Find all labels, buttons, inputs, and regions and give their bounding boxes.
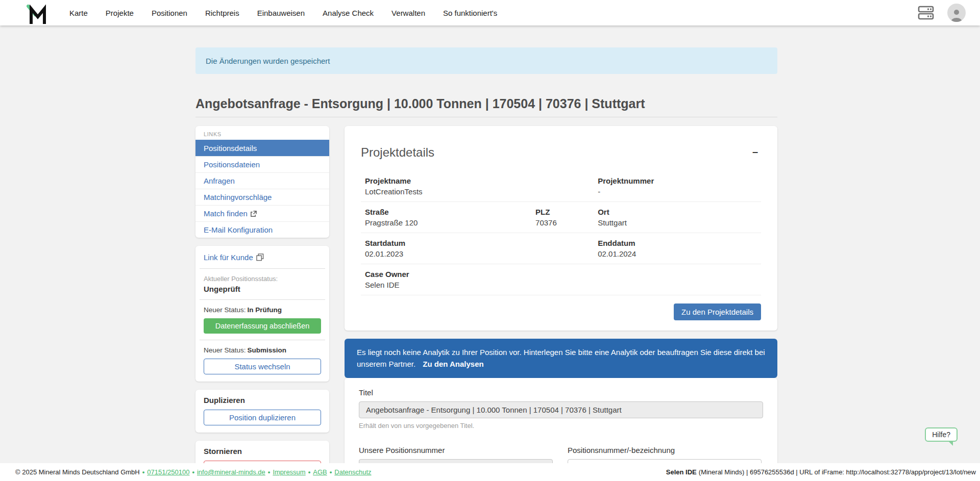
- separator: •: [330, 468, 332, 476]
- footer-left: © 2025 Mineral Minds Deutschland GmbH•07…: [15, 468, 372, 476]
- field-value: Pragstraße 120: [365, 218, 535, 227]
- duplicate-title: Duplizieren: [204, 396, 321, 404]
- field-value: 70376: [535, 218, 598, 227]
- project-row: Case Owner Selen IDE: [361, 264, 761, 295]
- server-icon[interactable]: [918, 6, 934, 20]
- complete-data-entry-button[interactable]: Datenerfassung abschließen: [204, 318, 321, 334]
- sidebar-item-email-konfiguration[interactable]: E-Mail Konfiguration: [195, 221, 329, 238]
- help-button[interactable]: Hilfe?: [925, 427, 958, 442]
- project-row: Projektname LotCreationTests Projektnumm…: [361, 171, 761, 202]
- separator: •: [268, 468, 271, 476]
- mineral-minds-logo-icon: [27, 2, 50, 24]
- page-title: Angebotsanfrage - Entsorgung | 10.000 To…: [195, 96, 777, 117]
- go-to-analyses-link[interactable]: Zu den Analysen: [423, 360, 483, 368]
- new-status-label: Neuer Status:: [204, 306, 246, 314]
- field-label: Straße: [365, 208, 535, 216]
- customer-link-label: Link für Kunde: [204, 253, 253, 262]
- separator: •: [308, 468, 311, 476]
- titel-input: [359, 401, 763, 418]
- sidebar-item-match-finden[interactable]: Match finden: [195, 205, 329, 221]
- main-nav: Karte Projekte Positionen Richtpreis Ein…: [69, 9, 497, 17]
- sidebar-item-positionsdetails[interactable]: Positionsdetails: [195, 140, 329, 156]
- field-value: 02.01.2023: [365, 249, 598, 258]
- collapse-button[interactable]: –: [749, 145, 761, 158]
- custom-number-label: Positionsnummer/-bezeichnung: [568, 446, 675, 454]
- divider: [200, 299, 325, 300]
- session-user: Selen IDE: [666, 468, 697, 476]
- new-status-1-value: In Prüfung: [248, 306, 282, 314]
- field-value: Stuttgart: [598, 218, 757, 227]
- new-status-2-value: Submission: [248, 346, 287, 354]
- project-details-title: Projektdetails: [361, 145, 434, 160]
- user-avatar[interactable]: [947, 4, 966, 22]
- field-case-owner: Case Owner Selen IDE: [365, 270, 757, 289]
- nav-item-richtpreis[interactable]: Richtpreis: [205, 9, 239, 17]
- sidebar-item-label: Match finden: [204, 209, 248, 218]
- sidebar-links-card: LINKS Positionsdetails Positionsdateien …: [195, 126, 329, 238]
- status-card: Link für Kunde Aktueller Positionsstatus…: [195, 246, 329, 382]
- field-label: PLZ: [535, 208, 598, 216]
- sidebar: LINKS Positionsdetails Positionsdateien …: [195, 126, 329, 481]
- field-ort: Ort Stuttgart: [598, 208, 757, 227]
- sidebar-item-matchingvorschlaege[interactable]: Matchingvorschläge: [195, 189, 329, 205]
- field-label: Case Owner: [365, 270, 757, 279]
- field-value: 02.01.2024: [598, 249, 757, 258]
- main-area: Die Änderungen wurden gespeichert Angebo…: [0, 26, 980, 481]
- divider: [200, 268, 325, 269]
- nav-item-so-funktionierts[interactable]: So funktioniert's: [443, 9, 497, 17]
- new-status-label: Neuer Status:: [204, 346, 246, 354]
- new-status-1: Neuer Status:In Prüfung: [204, 306, 321, 314]
- footer: © 2025 Mineral Minds Deutschland GmbH•07…: [0, 463, 980, 481]
- nav-item-karte[interactable]: Karte: [69, 9, 88, 17]
- content: Projektdetails – Projektname LotCreation…: [345, 126, 777, 481]
- duplicate-card: Duplizieren Position duplizieren: [195, 390, 329, 433]
- field-label: Enddatum: [598, 239, 757, 247]
- divider: [200, 340, 325, 340]
- external-link-icon: [250, 211, 257, 217]
- phone-link[interactable]: 07151/250100: [147, 468, 189, 476]
- nav-item-projekte[interactable]: Projekte: [106, 9, 134, 17]
- sidebar-item-anfragen[interactable]: Anfragen: [195, 172, 329, 189]
- new-status-2: Neuer Status:Submission: [204, 346, 321, 354]
- separator: •: [192, 468, 194, 476]
- field-value: LotCreationTests: [365, 187, 598, 196]
- project-details-card: Projektdetails – Projektname LotCreation…: [345, 126, 777, 331]
- email-link[interactable]: info@mineral-minds.de: [197, 468, 265, 476]
- saved-alert-text: Die Änderungen wurden gespeichert: [206, 57, 330, 65]
- field-enddatum: Enddatum 02.01.2024: [598, 239, 757, 258]
- sidebar-item-positionsdateien[interactable]: Positionsdateien: [195, 156, 329, 172]
- copyright-text: © 2025 Mineral Minds Deutschland GmbH: [15, 468, 140, 476]
- person-icon: [949, 7, 964, 22]
- links-header: LINKS: [195, 126, 329, 140]
- session-info: (Mineral Minds) | 69576255536d | URL of …: [699, 468, 976, 476]
- footer-right: Selen IDE(Mineral Minds) | 69576255536d …: [666, 468, 976, 476]
- customer-link[interactable]: Link für Kunde: [204, 253, 264, 262]
- switch-status-button[interactable]: Status wechseln: [204, 359, 321, 374]
- separator: •: [142, 468, 145, 476]
- titel-help: Erhält den von uns vorgegebenen Titel.: [359, 422, 763, 429]
- our-number-label: Unsere Positionsnummer: [359, 446, 445, 454]
- impressum-link[interactable]: Impressum: [273, 468, 305, 476]
- analytics-banner-text: Es liegt noch keine Analytik zu Ihrer Po…: [357, 348, 765, 368]
- nav-item-analyse-check[interactable]: Analyse Check: [323, 9, 374, 17]
- agb-link[interactable]: AGB: [313, 468, 327, 476]
- field-label: Startdatum: [365, 239, 598, 247]
- datenschutz-link[interactable]: Datenschutz: [334, 468, 371, 476]
- nav-item-einbauweisen[interactable]: Einbauweisen: [257, 9, 305, 17]
- field-strasse: Straße Pragstraße 120: [365, 208, 535, 227]
- field-label: Ort: [598, 208, 757, 216]
- nav-item-positionen[interactable]: Positionen: [152, 9, 187, 17]
- field-value: -: [598, 187, 757, 196]
- saved-alert: Die Änderungen wurden gespeichert: [195, 47, 777, 74]
- project-row: Startdatum 02.01.2023 Enddatum 02.01.202…: [361, 233, 761, 264]
- field-label: Projektname: [365, 176, 598, 185]
- field-projektnummer: Projektnummer -: [598, 176, 757, 196]
- copy-icon: [256, 254, 264, 261]
- titel-label: Titel: [359, 388, 373, 397]
- current-status-value: Ungeprüft: [204, 285, 321, 293]
- go-to-project-details-button[interactable]: Zu den Projektdetails: [674, 303, 761, 320]
- nav-item-verwalten[interactable]: Verwalten: [391, 9, 425, 17]
- duplicate-position-button[interactable]: Position duplizieren: [204, 410, 321, 425]
- field-value: Selen IDE: [365, 281, 757, 289]
- field-plz: PLZ 70376: [535, 208, 598, 227]
